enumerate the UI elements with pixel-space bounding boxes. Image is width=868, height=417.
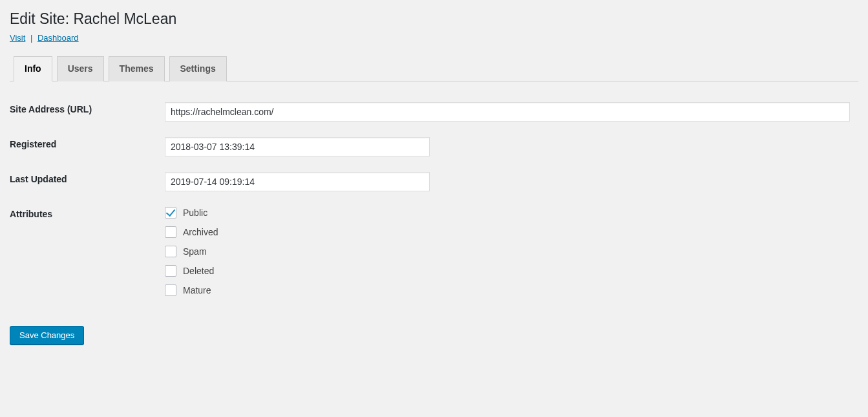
dashboard-link[interactable]: Dashboard [37, 33, 79, 43]
attr-spam-label: Spam [183, 246, 207, 257]
registered-input[interactable] [165, 137, 430, 156]
attr-deleted[interactable]: Deleted [165, 265, 852, 277]
page-title: Edit Site: Rachel McLean [10, 10, 858, 28]
edit-site-page: Edit Site: Rachel McLean Visit | Dashboa… [0, 0, 868, 358]
visit-link[interactable]: Visit [10, 33, 25, 43]
attr-public-checkbox[interactable] [165, 207, 176, 219]
attr-mature[interactable]: Mature [165, 284, 852, 296]
attr-mature-label: Mature [183, 285, 211, 295]
attr-public[interactable]: Public [165, 207, 852, 219]
attr-spam-checkbox[interactable] [165, 246, 176, 257]
attr-archived[interactable]: Archived [165, 226, 852, 238]
attr-archived-checkbox[interactable] [165, 226, 176, 238]
last-updated-label: Last Updated [10, 164, 165, 199]
site-address-label: Site Address (URL) [10, 94, 165, 129]
attributes-label: Attributes [10, 199, 165, 312]
registered-label: Registered [10, 129, 165, 164]
attr-deleted-checkbox[interactable] [165, 265, 176, 277]
last-updated-input[interactable] [165, 172, 430, 191]
tab-themes[interactable]: Themes [109, 56, 165, 81]
attributes-checkboxes: Public Archived Spam Deleted [165, 207, 852, 296]
form-table: Site Address (URL) Registered Last Updat… [10, 94, 858, 312]
save-changes-button[interactable]: Save Changes [10, 326, 84, 345]
tab-settings[interactable]: Settings [169, 56, 227, 81]
sublinks: Visit | Dashboard [10, 33, 858, 43]
site-address-input[interactable] [165, 102, 850, 122]
tab-users[interactable]: Users [57, 56, 104, 81]
nav-tabs: Info Users Themes Settings [10, 56, 858, 81]
tab-info[interactable]: Info [14, 56, 52, 81]
attr-mature-checkbox[interactable] [165, 284, 176, 296]
attr-deleted-label: Deleted [183, 266, 214, 276]
attr-spam[interactable]: Spam [165, 246, 852, 257]
attr-public-label: Public [183, 208, 207, 218]
attr-archived-label: Archived [183, 227, 218, 237]
separator: | [28, 33, 35, 43]
